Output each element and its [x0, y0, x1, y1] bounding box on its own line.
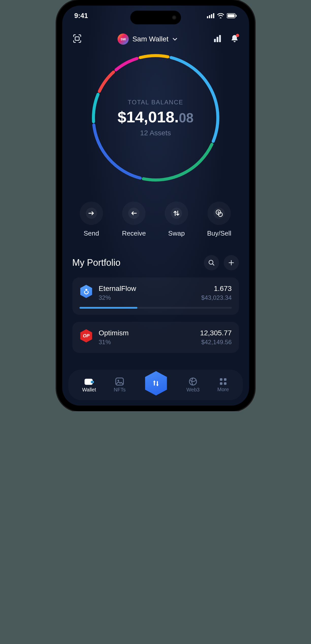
svg-rect-21 — [116, 378, 123, 385]
search-button[interactable] — [204, 255, 219, 270]
add-button[interactable] — [224, 255, 239, 270]
portfolio-title: My Portfolio — [72, 257, 121, 268]
arrow-left-icon — [130, 209, 138, 217]
wallet-selector[interactable]: SW Sam Wallet — [118, 34, 177, 45]
asset-percent: 32% — [99, 294, 196, 301]
svg-rect-6 — [236, 15, 237, 17]
swap-icon — [172, 209, 181, 217]
asset-icon-eternalflow — [79, 285, 93, 298]
svg-rect-10 — [219, 35, 221, 42]
asset-amount: 1.673 — [201, 285, 232, 293]
svg-point-20 — [92, 382, 93, 383]
send-label: Send — [84, 229, 99, 237]
asset-value: $42,149.56 — [200, 339, 232, 346]
tab-more[interactable]: More — [217, 377, 229, 392]
svg-point-15 — [85, 289, 87, 291]
total-balance-label: TOTAL BALANCE — [118, 99, 193, 106]
portfolio-section: My Portfolio — [62, 237, 249, 353]
phone-frame: 9:41 SW Sam Wallet — [57, 0, 255, 411]
battery-icon — [227, 13, 237, 18]
buysell-label: Buy/Sell — [207, 229, 231, 237]
scan-icon[interactable] — [72, 34, 82, 44]
receive-button[interactable]: Receive — [122, 202, 146, 237]
svg-rect-3 — [213, 13, 214, 18]
total-balance-amount: $14,018.08 — [118, 108, 193, 126]
receive-label: Receive — [122, 229, 146, 237]
svg-rect-26 — [220, 382, 222, 385]
wallet-avatar: SW — [118, 34, 129, 45]
svg-point-22 — [118, 380, 119, 381]
svg-rect-8 — [214, 39, 216, 42]
asset-name: EternalFlow — [99, 285, 196, 293]
asset-progress — [79, 307, 232, 309]
chevron-down-icon — [172, 36, 178, 42]
asset-value: $43,023.34 — [201, 294, 232, 301]
asset-icon-optimism: OP — [79, 329, 93, 343]
svg-point-16 — [84, 291, 85, 292]
tab-wallet[interactable]: Wallet — [82, 377, 96, 393]
buysell-button[interactable]: $ Buy/Sell — [207, 202, 231, 237]
wallet-icon — [84, 377, 94, 386]
app-header: SW Sam Wallet — [62, 31, 249, 47]
svg-rect-0 — [207, 16, 208, 18]
action-row: Send Receive Swap $ Buy/Sell — [62, 184, 249, 237]
svg-rect-7 — [75, 37, 79, 40]
arrow-right-icon — [88, 209, 95, 217]
tab-nfts[interactable]: NFTs — [114, 377, 126, 393]
svg-rect-5 — [227, 14, 235, 17]
image-icon — [115, 377, 124, 386]
search-icon — [208, 259, 215, 266]
asset-percent: 31% — [99, 339, 194, 346]
front-camera — [172, 15, 176, 20]
asset-card[interactable]: EternalFlow 32% 1.673 $43,023.34 — [72, 277, 239, 315]
svg-rect-25 — [224, 378, 226, 381]
asset-name: Optimism — [99, 329, 194, 337]
swap-hex-icon — [151, 378, 161, 389]
notification-dot — [236, 34, 239, 37]
plus-icon — [228, 259, 235, 266]
swap-button[interactable]: Swap — [165, 202, 188, 237]
signal-icon — [207, 13, 215, 18]
tab-web3[interactable]: Web3 — [186, 377, 200, 393]
wifi-icon — [217, 13, 224, 18]
chart-icon[interactable] — [213, 34, 222, 44]
svg-rect-2 — [211, 14, 212, 18]
svg-point-17 — [87, 291, 88, 292]
globe-icon — [189, 377, 197, 386]
asset-card[interactable]: OP Optimism 31% 12,305.77 $42,149.56 — [72, 322, 239, 353]
svg-rect-24 — [220, 378, 222, 381]
wallet-name: Sam Wallet — [132, 35, 168, 43]
tab-bar: Wallet NFTs Web3 More — [68, 370, 243, 400]
dollar-coins-icon: $ — [215, 209, 223, 218]
svg-rect-1 — [209, 15, 210, 18]
balance-donut-chart[interactable]: TOTAL BALANCE $14,018.08 12 Assets — [62, 52, 249, 184]
swap-label: Swap — [168, 229, 185, 237]
svg-rect-27 — [224, 382, 226, 385]
screen: 9:41 SW Sam Wallet — [62, 6, 249, 406]
svg-rect-9 — [217, 37, 218, 42]
status-time: 9:41 — [74, 12, 88, 20]
asset-count: 12 Assets — [118, 129, 193, 137]
send-button[interactable]: Send — [80, 202, 103, 237]
dynamic-island — [130, 11, 181, 24]
asset-amount: 12,305.77 — [200, 329, 232, 337]
grid-icon — [219, 377, 227, 386]
notifications-button[interactable] — [231, 34, 239, 44]
tab-center-swap[interactable] — [143, 371, 169, 396]
